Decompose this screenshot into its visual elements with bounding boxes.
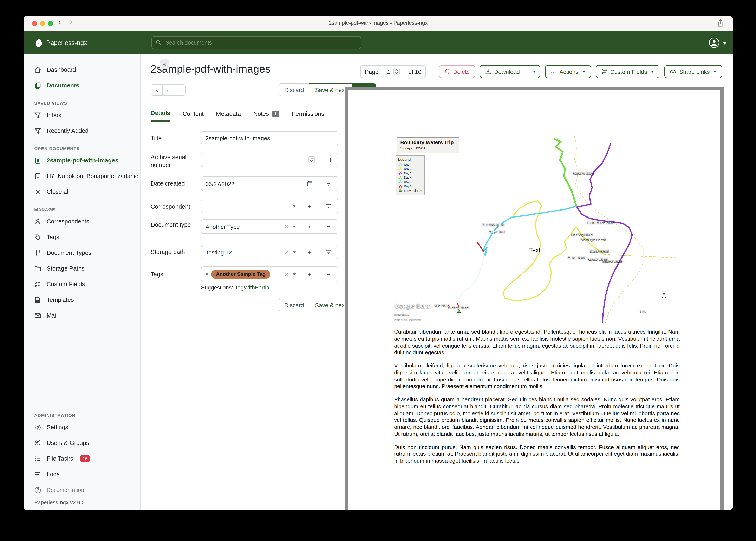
filter-by-document-type-button[interactable]: [319, 220, 338, 234]
paperless-logo-icon[interactable]: [34, 38, 44, 48]
clear-icon[interactable]: ✕: [284, 271, 289, 277]
sidebar-item-documents[interactable]: Documents: [24, 78, 140, 93]
correspondent-select[interactable]: [201, 199, 300, 213]
tab-details[interactable]: Details: [151, 110, 170, 122]
custom-fields-icon: [34, 280, 41, 287]
pdf-preview-pane[interactable]: Boundary Waters Trip Six days in BWCA Le…: [345, 87, 724, 510]
map-label-island: New York Island: [482, 223, 504, 227]
close-document-button[interactable]: x: [151, 84, 163, 96]
caret-down-icon: [713, 71, 717, 73]
next-document-button[interactable]: →: [174, 84, 186, 96]
share-icon[interactable]: [717, 19, 724, 27]
sidebar-item-open-doc-1[interactable]: 2sample-pdf-with-images: [24, 153, 140, 168]
app-version: Paperless-ngx v2.0.0: [24, 499, 140, 506]
date-created-field: [201, 177, 338, 191]
task-list-icon: [34, 455, 41, 462]
storage-path-field: Testing 12 ✕ +: [201, 245, 338, 260]
remove-tag-icon[interactable]: ✕: [205, 271, 209, 277]
actions-button[interactable]: ⋯ Actions: [545, 65, 591, 78]
delete-button[interactable]: Delete: [439, 65, 475, 78]
add-tag-button[interactable]: +: [300, 267, 319, 281]
add-correspondent-button[interactable]: +: [300, 199, 319, 213]
clear-icon[interactable]: ✕: [284, 224, 289, 230]
filter-by-date-button[interactable]: [319, 177, 338, 191]
sidebar-section-manage: MANAGE: [34, 207, 140, 212]
browser-forward-icon[interactable]: ›: [66, 17, 76, 26]
page-stepper-icon[interactable]: [393, 68, 400, 75]
download-button[interactable]: Download: [481, 68, 525, 75]
tab-notes[interactable]: Notes1: [253, 110, 279, 122]
add-storage-path-button[interactable]: +: [300, 245, 319, 259]
sidebar: Dashboard Documents SAVED VIEWS Inbox Re…: [24, 54, 141, 510]
tag-chip[interactable]: Another Sample Tag: [211, 270, 270, 279]
sidebar-item-settings[interactable]: Settings: [24, 419, 140, 435]
legend-item: Day 4: [398, 176, 422, 180]
caret-down-icon: [582, 71, 585, 73]
sidebar-item-document-types[interactable]: Document Types: [24, 245, 140, 261]
page-total-label: of 10: [404, 66, 425, 78]
sidebar-item-close-all[interactable]: Close all: [24, 184, 140, 200]
sidebar-item-inbox[interactable]: Inbox: [24, 107, 140, 123]
map-text-annotation: Text: [529, 247, 540, 254]
divider: [151, 294, 338, 294]
storage-path-select[interactable]: Testing 12 ✕: [201, 245, 300, 259]
page-navigation-group: Page 1 of 10: [360, 65, 426, 78]
asn-stepper-icon[interactable]: [308, 156, 315, 163]
share-links-button[interactable]: Share Links: [664, 65, 722, 78]
sidebar-item-open-doc-2[interactable]: H7_Napoleon_Bonaparte_zadanie: [24, 168, 140, 184]
download-caret[interactable]: [528, 71, 540, 73]
filter-by-storage-path-button[interactable]: [319, 245, 338, 259]
date-created-input[interactable]: [206, 181, 296, 187]
sidebar-item-recently-added[interactable]: Recently Added: [24, 123, 140, 139]
documents-icon: [34, 82, 41, 89]
pdf-paragraph: Duis non tincidunt purus. Nam quis sapie…: [394, 444, 680, 465]
minimize-window-button[interactable]: [40, 21, 45, 26]
sidebar-item-dashboard[interactable]: Dashboard: [24, 62, 140, 78]
sidebar-collapse-button[interactable]: «: [160, 59, 169, 69]
document-type-select[interactable]: Another Type ✕: [201, 220, 300, 234]
compass-icon: N: [660, 292, 668, 303]
clear-icon[interactable]: ✕: [284, 249, 289, 255]
sidebar-item-templates[interactable]: Templates: [24, 292, 140, 307]
browser-back-icon[interactable]: ‹: [55, 17, 64, 26]
sidebar-item-logs[interactable]: Logs: [24, 466, 140, 482]
custom-fields-button-label: Custom Fields: [610, 68, 647, 75]
brand-name[interactable]: Paperless-ngx: [46, 39, 87, 47]
calendar-button[interactable]: [300, 177, 319, 191]
sidebar-item-file-tasks[interactable]: File Tasks 16: [24, 451, 140, 466]
title-input[interactable]: [206, 135, 334, 142]
tab-content[interactable]: Content: [183, 110, 204, 122]
asn-plus-one-button[interactable]: +1: [319, 153, 338, 167]
add-document-type-button[interactable]: +: [300, 220, 319, 234]
user-menu-caret-icon[interactable]: [723, 42, 727, 45]
previous-document-button[interactable]: ←: [162, 84, 174, 96]
discard-button[interactable]: Discard: [279, 83, 310, 96]
window-title: 2sample-pdf-with-images - Paperless-ngx: [329, 20, 428, 26]
map-attribution-2: Image © 2017 DigitalGlobe: [394, 318, 421, 320]
user-avatar[interactable]: [709, 37, 720, 48]
sidebar-item-storage-paths[interactable]: Storage Paths: [24, 261, 140, 276]
notes-count-badge: 1: [272, 110, 279, 117]
file-tasks-count-badge: 16: [80, 455, 90, 462]
tags-select[interactable]: ✕ Another Sample Tag ✕: [201, 267, 300, 281]
tab-permissions[interactable]: Permissions: [292, 110, 324, 122]
zoom-window-button[interactable]: [48, 21, 53, 26]
tab-metadata[interactable]: Metadata: [216, 110, 241, 122]
filter-by-tag-button[interactable]: [319, 267, 338, 281]
sidebar-item-users-groups[interactable]: Users & Groups: [24, 435, 140, 451]
custom-fields-button[interactable]: Custom Fields: [596, 65, 659, 78]
sidebar-item-documentation[interactable]: Documentation: [24, 482, 140, 498]
suggestion-link[interactable]: TagWithPartial: [235, 284, 271, 291]
sidebar-item-mail[interactable]: Mail: [24, 307, 140, 323]
search-input[interactable]: [165, 39, 357, 46]
filter-by-correspondent-button[interactable]: [319, 199, 338, 213]
discard-button[interactable]: Discard: [279, 298, 310, 311]
close-window-button[interactable]: [32, 21, 37, 26]
page-number-stepper[interactable]: 1: [383, 66, 404, 78]
asn-input[interactable]: [206, 157, 308, 163]
sidebar-item-correspondents[interactable]: Correspondents: [24, 214, 140, 229]
sidebar-item-custom-fields[interactable]: Custom Fields: [24, 276, 140, 292]
document-toolbar: Page 1 of 10 Delete: [360, 65, 722, 78]
sidebar-item-tags[interactable]: Tags: [24, 229, 140, 245]
search-bar[interactable]: [151, 36, 361, 49]
